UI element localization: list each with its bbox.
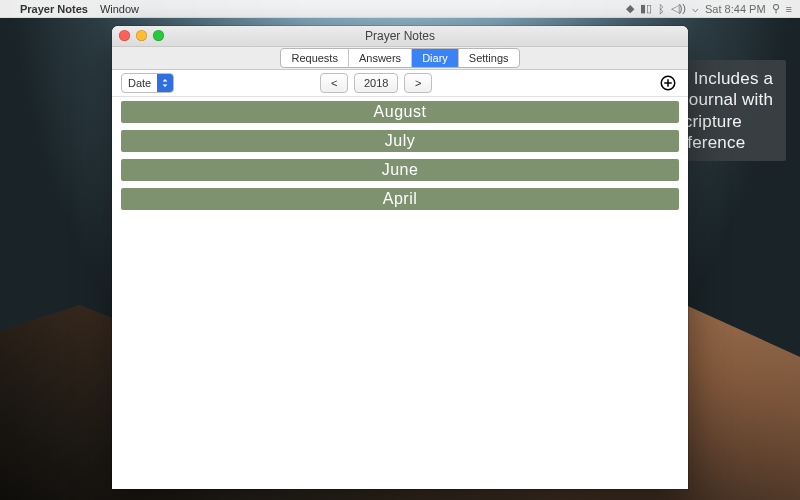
- bluetooth-icon[interactable]: ᛒ: [658, 3, 665, 15]
- toolbar-tabs-row: Requests Answers Diary Settings: [112, 47, 688, 70]
- zoom-window-button[interactable]: [153, 30, 164, 41]
- tab-settings[interactable]: Settings: [459, 49, 519, 67]
- month-section[interactable]: July: [121, 130, 679, 152]
- prev-year-button[interactable]: <: [320, 73, 348, 93]
- month-section[interactable]: June: [121, 159, 679, 181]
- wifi-icon[interactable]: ⌵: [692, 2, 699, 15]
- diary-month-list: August July June April: [112, 97, 688, 489]
- year-navigator: < 2018 >: [320, 73, 432, 93]
- menubar-clock[interactable]: Sat 8:44 PM: [705, 3, 766, 15]
- plus-circle-icon: [659, 74, 677, 92]
- window-titlebar[interactable]: Prayer Notes: [112, 26, 688, 47]
- system-menu-bar: Prayer Notes Window ◆ ▮▯ ᛒ ◁)) ⌵ Sat 8:4…: [0, 0, 800, 18]
- next-year-button[interactable]: >: [404, 73, 432, 93]
- menubar-status-tray: ◆ ▮▯ ᛒ ◁)) ⌵ Sat 8:44 PM ⚲ ≡: [626, 2, 792, 15]
- menubar-item-window[interactable]: Window: [100, 3, 139, 15]
- battery-icon[interactable]: ▮▯: [640, 2, 652, 15]
- month-section[interactable]: April: [121, 188, 679, 210]
- sort-dropdown[interactable]: Date: [121, 73, 174, 93]
- sort-dropdown-value: Date: [122, 77, 157, 89]
- window-title: Prayer Notes: [365, 29, 435, 43]
- app-window: Prayer Notes Requests Answers Diary Sett…: [112, 26, 688, 489]
- tab-diary[interactable]: Diary: [412, 49, 459, 67]
- spotlight-icon[interactable]: ⚲: [772, 2, 780, 15]
- notification-center-icon[interactable]: ≡: [786, 3, 792, 15]
- add-entry-button[interactable]: [657, 72, 679, 94]
- main-tabs: Requests Answers Diary Settings: [280, 48, 519, 68]
- window-controls: [119, 30, 164, 41]
- tab-requests[interactable]: Requests: [281, 49, 348, 67]
- dropbox-icon[interactable]: ◆: [626, 2, 634, 15]
- chevron-up-down-icon: [157, 74, 173, 92]
- year-display[interactable]: 2018: [354, 73, 398, 93]
- menubar-app-name[interactable]: Prayer Notes: [20, 3, 88, 15]
- tab-answers[interactable]: Answers: [349, 49, 412, 67]
- diary-toolbar: Date < 2018 >: [112, 70, 688, 97]
- volume-icon[interactable]: ◁)): [671, 2, 686, 15]
- close-window-button[interactable]: [119, 30, 130, 41]
- minimize-window-button[interactable]: [136, 30, 147, 41]
- month-section[interactable]: August: [121, 101, 679, 123]
